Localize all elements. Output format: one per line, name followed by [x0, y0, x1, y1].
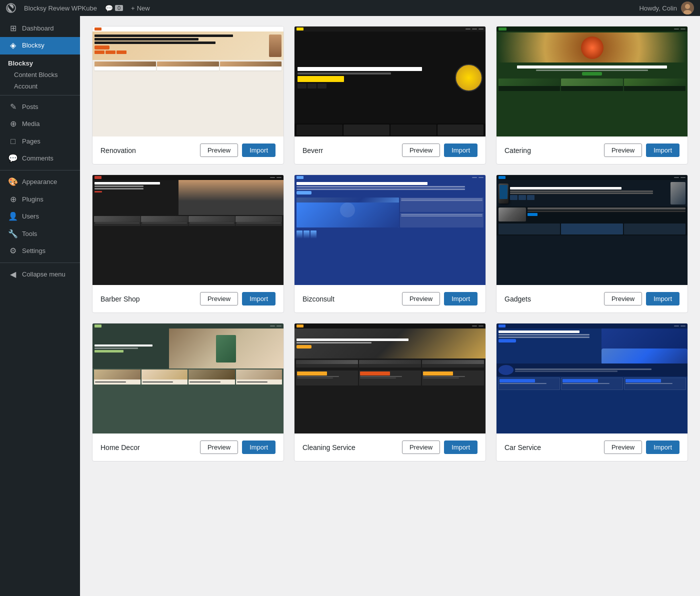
cleaning-preview — [294, 324, 486, 434]
import-button-home-decor[interactable]: Import — [242, 440, 276, 454]
import-button-car-service[interactable]: Import — [646, 440, 680, 454]
sidebar-item-appearance[interactable]: 🎨 Appearance — [0, 174, 80, 190]
cs-car-img — [602, 348, 688, 364]
cs-sub-1 — [498, 334, 590, 336]
homedecor-preview — [92, 324, 284, 434]
sidebar-item-settings[interactable]: ⚙ Settings — [0, 242, 80, 260]
import-button-catering[interactable]: Import — [646, 144, 680, 157]
sidebar-item-tools[interactable]: 🔧 Tools — [0, 226, 80, 242]
hd-chair-img — [216, 335, 236, 362]
posts-icon: ✎ — [8, 102, 18, 112]
preview-button-beverr[interactable]: Preview — [402, 144, 440, 157]
import-button-bizconsult[interactable]: Import — [444, 292, 478, 306]
laptop-line-2 — [528, 210, 686, 212]
menu-img-2 — [561, 78, 622, 86]
import-button-cleaning-service[interactable]: Import — [444, 440, 478, 454]
users-label: Users — [22, 212, 39, 221]
biz-side-line-4 — [401, 216, 482, 216]
port-3 — [390, 124, 436, 136]
carservice-hero — [496, 328, 688, 364]
biz-person-3 — [310, 230, 316, 238]
preview-button-cleaning-service[interactable]: Preview — [402, 440, 440, 454]
import-button-renovation[interactable]: Import — [242, 144, 276, 157]
service-3 — [422, 360, 484, 368]
biz-nav-links — [472, 177, 484, 178]
template-actions-barber-shop: Preview Import — [200, 292, 276, 306]
import-button-beverr[interactable]: Import — [444, 144, 478, 157]
sidebar-item-blocksy[interactable]: ◈ Blocksy — [0, 37, 80, 54]
preview-button-renovation[interactable]: Preview — [200, 144, 238, 157]
preview-button-bizconsult[interactable]: Preview — [402, 292, 440, 306]
import-button-gadgets[interactable]: Import — [646, 292, 680, 306]
menu-item-2 — [561, 78, 622, 91]
sidebar-divider-3 — [0, 262, 80, 263]
template-name-gadgets: Gadgets — [504, 295, 531, 303]
template-name-car-service: Car Service — [504, 444, 541, 452]
sidebar-item-plugins[interactable]: ⊕ Plugins — [0, 191, 80, 208]
preview-button-car-service[interactable]: Preview — [604, 440, 642, 454]
template-card-gadgets: Gadgets Preview Import — [496, 174, 688, 313]
media-icon: ⊕ — [8, 118, 18, 130]
cs-stat-num-2 — [562, 379, 598, 382]
template-footer-catering: Catering Preview Import — [496, 136, 688, 164]
carservice-stats — [496, 376, 688, 391]
sidebar-item-collapse[interactable]: ◀ Collapse menu — [0, 266, 80, 283]
hd-prod-bottom-2 — [142, 380, 188, 384]
beverr-avatar-wrap — [455, 64, 482, 92]
sidebar-item-account[interactable]: Account — [0, 80, 80, 92]
collapse-icon: ◀ — [8, 269, 18, 280]
sidebar-item-content-blocks[interactable]: Content Blocks — [0, 69, 80, 80]
biz-sub-2 — [296, 188, 465, 190]
new-content-button[interactable]: + New — [131, 4, 150, 12]
preview-button-barber-shop[interactable]: Preview — [200, 292, 238, 306]
barber-hero-right — [178, 180, 284, 215]
template-actions-renovation: Preview Import — [200, 144, 276, 157]
hd-links — [270, 326, 282, 326]
sidebar-item-pages[interactable]: □ Pages — [0, 133, 80, 150]
beverr-sub-line — [298, 72, 391, 74]
hd-prod-bottom-1 — [94, 380, 140, 384]
template-name-barber-shop: Barber Shop — [100, 295, 140, 303]
site-name[interactable]: Blocksy Review WPKube — [24, 4, 97, 12]
cs-stat-2 — [561, 378, 623, 390]
template-thumbnail-renovation — [92, 26, 284, 136]
barber-cards — [92, 215, 284, 227]
spec-2 — [518, 195, 526, 200]
cl-link-1 — [472, 326, 477, 326]
hd-prod-name-2 — [142, 382, 174, 382]
sidebar-item-posts[interactable]: ✎ Posts — [0, 98, 80, 116]
gad-link-2 — [680, 177, 686, 178]
svg-point-2 — [685, 4, 690, 9]
bar-card-line-2 — [142, 222, 186, 224]
sidebar-item-users[interactable]: 👤 Users — [0, 208, 80, 225]
ct-links — [674, 28, 686, 30]
reno-hero — [92, 32, 284, 60]
carservice-inspection — [496, 364, 688, 376]
cs-hero-left — [496, 328, 602, 364]
template-name-renovation: Renovation — [100, 146, 136, 154]
biz-logo — [296, 176, 304, 179]
laptop-price — [528, 213, 538, 216]
beverr-preview — [294, 26, 486, 136]
sidebar-item-media[interactable]: ⊕ Media — [0, 116, 80, 132]
gad-right-img — [670, 182, 686, 204]
cs-inspect-2 — [515, 370, 618, 372]
biz-side-cards — [400, 198, 484, 228]
preview-button-gadgets[interactable]: Preview — [604, 292, 642, 306]
hd-prod-top-2 — [142, 370, 188, 380]
preview-button-catering[interactable]: Preview — [604, 144, 642, 157]
sidebar-item-dashboard[interactable]: ⊞ Dashboard — [0, 20, 80, 37]
service-1 — [296, 360, 358, 368]
biz-preview — [294, 175, 486, 285]
import-button-barber-shop[interactable]: Import — [242, 292, 276, 306]
ct-link-2 — [680, 28, 686, 30]
biz-content — [294, 196, 486, 228]
comments-count[interactable]: 💬 0 — [105, 4, 123, 12]
preview-button-home-decor[interactable]: Preview — [200, 440, 238, 454]
user-avatar[interactable] — [681, 2, 694, 14]
sidebar-item-comments[interactable]: 💬 Comments — [0, 150, 80, 167]
skill-2 — [308, 84, 316, 88]
barber-hero-left — [92, 180, 178, 215]
template-card-home-decor: Home Decor Preview Import — [92, 323, 284, 462]
wp-logo[interactable] — [6, 3, 16, 13]
